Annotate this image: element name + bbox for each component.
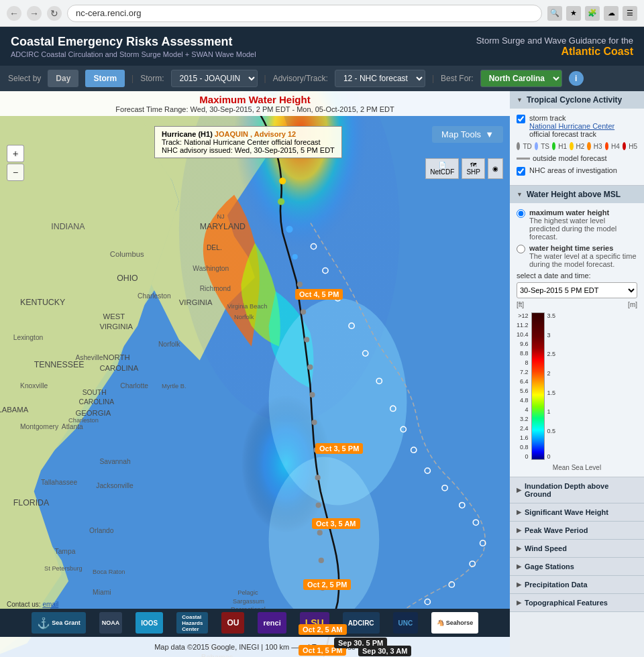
right-subtitle: Storm Surge and Wave Guidance for the (476, 36, 633, 46)
issued-line: NHC advisory issued: Wed, 30-Sep-2015, 5… (162, 146, 335, 154)
wind-speed-section: ▶ Wind Speed (510, 540, 644, 558)
svg-text:Myrtle B.: Myrtle B. (162, 383, 186, 390)
cd-button[interactable]: ◉ (488, 158, 503, 179)
netcdf-button[interactable]: 📄 NetCDF (425, 158, 459, 179)
svg-point-21 (317, 530, 323, 536)
best-for-label: Best For: (441, 74, 474, 83)
refresh-button[interactable]: ↻ (47, 6, 62, 21)
svg-text:Knoxville: Knoxville (20, 382, 48, 390)
precipitation-header[interactable]: ▶ Precipitation Data (510, 576, 644, 593)
zoom-in-button[interactable]: + (7, 145, 24, 162)
legend-ft-label: [ft] (517, 301, 524, 308)
svg-text:CAROLINA: CAROLINA (99, 364, 138, 372)
topo-features-header[interactable]: ▶ Topographical Features (510, 594, 644, 611)
svg-text:GEORGIA: GEORGIA (75, 409, 111, 417)
gage-stations-header[interactable]: ▶ Gage Stations (510, 558, 644, 575)
time-series-row: water height time series The water level… (517, 244, 637, 268)
menu-icon[interactable]: ☰ (623, 6, 637, 21)
cat-ts-dot (535, 142, 538, 150)
wave-period-header[interactable]: ▶ Peak Wave Period (510, 522, 644, 539)
cat-ts-label: TS (541, 143, 549, 150)
svg-text:St Petersburg: St Petersburg (44, 565, 83, 572)
cat-h4-dot (605, 142, 608, 150)
time-series-label: water height time series (529, 244, 637, 252)
track-line: Track: National Hurricane Center officia… (162, 138, 335, 146)
max-water-label: maximum water height (529, 208, 637, 217)
map-forecast-range: Forecast Time Range: Wed, 30-Sep-2015, 2… (0, 105, 510, 113)
tropical-cyclone-section: ▼ Tropical Cyclone Activity storm track … (510, 91, 644, 186)
advisory-select[interactable]: 12 - NHC forecast (335, 70, 425, 87)
svg-text:Miami: Miami (93, 589, 111, 596)
cat-h3-dot (587, 142, 590, 150)
date-label-oct2am: Oct 2, 5 AM (299, 624, 347, 635)
sep3: | (432, 74, 434, 83)
cat-h4-label: H4 (611, 143, 620, 150)
email-link[interactable]: email (42, 601, 58, 608)
map-tools-button[interactable]: Map Tools ▼ (432, 126, 503, 143)
storm-track-checkbox[interactable] (517, 115, 525, 123)
bookmark-icon[interactable]: ★ (566, 6, 581, 21)
map-title-bar: Maximum Water Height Forecast Time Range… (0, 91, 510, 116)
best-for-select[interactable]: North Carolina (480, 70, 562, 87)
svg-text:CAROLINA: CAROLINA (79, 398, 115, 406)
svg-text:Asheville: Asheville (75, 354, 103, 361)
ioos-logo: IOOS (136, 612, 163, 634)
cat-h2-dot (570, 142, 573, 150)
storm-select[interactable]: 2015 - JOAQUIN (171, 70, 258, 87)
search-icon[interactable]: 🔍 (547, 6, 562, 21)
date-label-oct3am: Oct 3, 5 AM (312, 518, 360, 529)
contact-label: Contact us: (7, 601, 41, 608)
main-content: Maximum Water Height Forecast Time Range… (0, 91, 644, 657)
map-title: Maximum Water Height (0, 94, 510, 105)
svg-text:Atlanta: Atlanta (62, 423, 83, 430)
wind-speed-header[interactable]: ▶ Wind Speed (510, 540, 644, 557)
time-series-radio[interactable] (517, 245, 525, 253)
cat-h2-label: H2 (576, 143, 585, 150)
sea-grant-logo: ⚓ Sea Grant (32, 612, 86, 634)
right-coast: Atlantic Coast (476, 46, 633, 58)
nhc-link[interactable]: National Hurricane Center (529, 122, 614, 130)
svg-point-11 (292, 254, 298, 259)
back-button[interactable]: ← (7, 6, 21, 21)
storm-track-row: storm track National Hurricane Center of… (517, 114, 637, 138)
svg-point-4 (269, 457, 380, 623)
svg-text:Lexington: Lexington (13, 334, 44, 341)
nhc-areas-row: NHC areas of investigation (517, 166, 637, 176)
svg-text:ALABAMA: ALABAMA (0, 406, 29, 414)
topo-features-section: ▶ Topographical Features (510, 594, 644, 612)
legend-header: [ft] [m] (517, 301, 637, 308)
sync-icon[interactable]: ☁ (604, 6, 619, 21)
info-button[interactable]: i (569, 71, 584, 86)
svg-text:Norfolk: Norfolk (234, 314, 254, 320)
shp-button[interactable]: 🗺 SHP (462, 158, 485, 179)
inundation-header[interactable]: ▶ Inundation Depth above Ground (510, 477, 644, 503)
wave-height-section: ▶ Significant Wave Height (510, 503, 644, 522)
forward-button[interactable]: → (27, 6, 42, 21)
extension-icon[interactable]: 🧩 (585, 6, 600, 21)
map-area[interactable]: Maximum Water Height Forecast Time Range… (0, 91, 510, 657)
day-button[interactable]: Day (48, 70, 78, 87)
svg-text:MARYLAND: MARYLAND (200, 222, 246, 231)
svg-text:Orlando: Orlando (89, 527, 114, 534)
storm-button[interactable]: Storm (85, 70, 125, 87)
noaa-logo: NOAA (99, 612, 123, 634)
cat-h1-dot (552, 142, 555, 150)
nhc-areas-checkbox[interactable] (517, 167, 525, 176)
svg-point-13 (301, 309, 306, 314)
app-subtitle: ADCIRC Coastal Circulation and Storm Sur… (11, 50, 256, 58)
wave-height-header[interactable]: ▶ Significant Wave Height (510, 503, 644, 521)
zoom-out-button[interactable]: − (7, 164, 24, 181)
address-bar[interactable]: nc-cera.renci.org (67, 5, 542, 22)
date-time-select[interactable]: 30-Sep-2015 5 PM EDT (517, 282, 637, 298)
renci-logo: renci (258, 612, 286, 634)
cat-h5-dot (623, 142, 626, 150)
water-height-header[interactable]: ▼ Water Height above MSL (510, 186, 644, 203)
hurricane-info-box: Hurricane (H1) JOAQUIN , Advisory 12 Tra… (154, 126, 342, 158)
svg-point-16 (309, 392, 315, 398)
browser-chrome: ← → ↻ nc-cera.renci.org 🔍 ★ 🧩 ☁ ☰ (0, 0, 644, 27)
svg-text:Virginia Beach: Virginia Beach (227, 303, 267, 310)
tropical-cyclone-header[interactable]: ▼ Tropical Cyclone Activity (510, 91, 644, 109)
app-title: Coastal Emergency Risks Assessment (11, 35, 256, 49)
max-water-radio[interactable] (517, 209, 525, 218)
time-series-desc: The water level at a specific time durin… (529, 252, 637, 268)
